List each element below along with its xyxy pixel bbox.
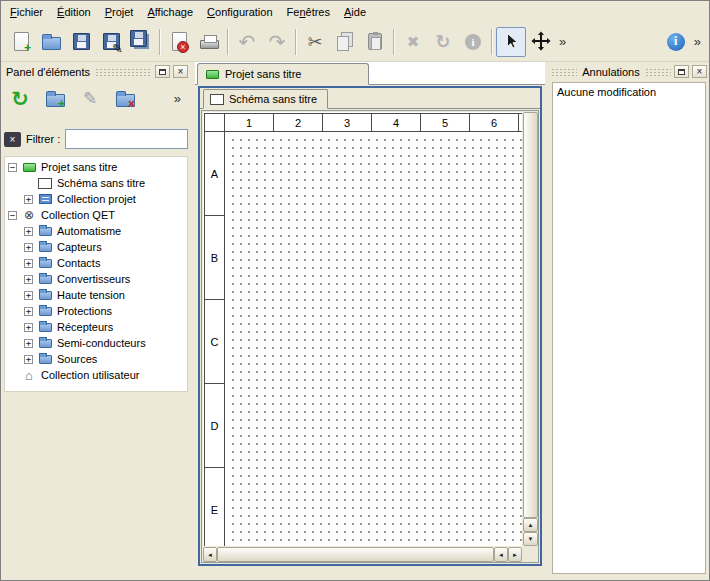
menu-edition[interactable]: Édition <box>50 3 98 21</box>
menu-fichier[interactable]: Fichier <box>3 3 50 21</box>
tree-item-label: Collection projet <box>57 193 136 205</box>
tree-item-haute-tension[interactable]: + Haute tension <box>5 287 187 303</box>
scroll-down-button[interactable]: ▼ <box>523 532 538 546</box>
tree-item-schema-sans-titre[interactable]: Schéma sans titre <box>5 175 187 191</box>
expand-icon[interactable]: + <box>24 243 33 252</box>
float-panel-button[interactable] <box>155 65 170 78</box>
schema-sheet-area: 1 2 3 4 5 6 A B C <box>203 112 522 546</box>
expand-icon[interactable]: + <box>24 291 33 300</box>
close-badge-icon: × <box>177 41 189 53</box>
undo-button[interactable]: ↶ <box>232 27 262 57</box>
new-project-button[interactable]: + <box>6 27 36 57</box>
delete-button[interactable]: ✖ <box>398 27 428 57</box>
clear-filter-button[interactable]: × <box>4 132 21 147</box>
horizontal-scrollbar-thumb[interactable] <box>217 547 494 562</box>
toolbar-overflow2-button[interactable]: » <box>691 35 704 48</box>
menu-aide[interactable]: Aide <box>337 3 373 21</box>
tree-item-capteurs[interactable]: + Capteurs <box>5 239 187 255</box>
project-tab[interactable]: Projet sans titre <box>197 63 369 85</box>
menu-affichage[interactable]: Affichage <box>140 3 200 21</box>
dock-handle[interactable] <box>551 67 577 76</box>
paste-button[interactable] <box>360 27 390 57</box>
tree-item-automatisme[interactable]: + Automatisme <box>5 223 187 239</box>
float-panel-button[interactable] <box>674 65 689 78</box>
menu-configuration[interactable]: Configuration <box>200 3 279 21</box>
select-tool-button[interactable] <box>496 27 526 57</box>
vertical-scrollbar-thumb[interactable] <box>523 112 538 518</box>
project-icon <box>21 163 37 172</box>
save-button[interactable] <box>66 27 96 57</box>
refresh-icon: ↻ <box>11 88 29 109</box>
tree-item-convertisseurs[interactable]: + Convertisseurs <box>5 271 187 287</box>
elements-panel-titlebar[interactable]: Panel d'éléments × <box>4 64 188 79</box>
float-icon <box>159 69 166 75</box>
new-element-button[interactable]: + <box>41 84 69 112</box>
menu-projet[interactable]: Projet <box>98 3 141 21</box>
print-button[interactable] <box>194 27 224 57</box>
expand-icon[interactable]: + <box>24 339 33 348</box>
tree-item-projet-sans-titre[interactable]: − Projet sans titre <box>5 159 187 175</box>
folder-icon <box>37 339 53 348</box>
toolbar-separator <box>159 29 161 55</box>
expand-icon[interactable]: + <box>24 355 33 364</box>
redo-button[interactable]: ↷ <box>262 27 292 57</box>
tree-item-label: Projet sans titre <box>41 161 117 173</box>
save-as-button[interactable]: ✎ <box>96 27 126 57</box>
tree-item-sources[interactable]: + Sources <box>5 351 187 367</box>
drawing-canvas[interactable] <box>226 133 522 546</box>
edit-element-button[interactable]: ✎ <box>76 84 104 112</box>
vertical-scrollbar[interactable]: ▲ ▼ <box>523 112 538 546</box>
menu-fenetres[interactable]: Fenêtres <box>280 3 337 21</box>
expand-icon[interactable]: + <box>24 227 33 236</box>
row-label: E <box>205 468 224 546</box>
copy-button[interactable] <box>330 27 360 57</box>
tree-item-contacts[interactable]: + Contacts <box>5 255 187 271</box>
toolbar-overflow-button[interactable]: » <box>556 35 569 48</box>
schema-tab[interactable]: Schéma sans titre <box>203 89 328 109</box>
expand-icon[interactable]: + <box>24 275 33 284</box>
scroll-left-button[interactable]: ◄ <box>203 547 217 562</box>
expand-icon[interactable]: + <box>24 307 33 316</box>
tree-item-semi-conducteurs[interactable]: + Semi-conducteurs <box>5 335 187 351</box>
panel-overflow-button[interactable]: » <box>171 92 184 105</box>
dock-handle[interactable] <box>95 67 152 76</box>
tree-item-collection-projet[interactable]: + Collection projet <box>5 191 187 207</box>
expand-icon[interactable]: + <box>24 259 33 268</box>
scroll-right-button[interactable]: ► <box>508 547 522 562</box>
move-tool-button[interactable] <box>526 27 556 57</box>
close-panel-button[interactable]: × <box>173 65 188 78</box>
tree-item-recepteurs[interactable]: + Récepteurs <box>5 319 187 335</box>
save-all-button[interactable] <box>126 27 156 57</box>
rotate-button[interactable]: ↻ <box>428 27 458 57</box>
open-project-button[interactable] <box>36 27 66 57</box>
cut-button[interactable]: ✂ <box>300 27 330 57</box>
collapse-icon[interactable]: − <box>8 211 17 220</box>
filter-input[interactable] <box>65 129 188 149</box>
copy-icon <box>337 36 349 51</box>
folder-icon <box>37 259 53 268</box>
about-button[interactable]: i <box>661 27 691 57</box>
close-document-button[interactable]: × <box>164 27 194 57</box>
properties-button[interactable]: i <box>458 27 488 57</box>
undo-history-list[interactable]: Aucune modification <box>552 82 706 574</box>
tree-item-protections[interactable]: + Protections <box>5 303 187 319</box>
ruler-corner <box>205 114 225 132</box>
column-label: 4 <box>372 114 421 131</box>
elements-tree[interactable]: − Projet sans titre Schéma sans titre + … <box>4 156 188 392</box>
expand-icon[interactable]: + <box>24 323 33 332</box>
close-panel-button[interactable]: × <box>692 65 707 78</box>
tree-item-collection-qet[interactable]: − ⊗ Collection QET <box>5 207 187 223</box>
scroll-left-button-2[interactable]: ◄ <box>494 547 508 562</box>
scroll-up-button[interactable]: ▲ <box>523 518 538 532</box>
annulations-panel: Annulations × Aucune modification <box>549 62 709 580</box>
dock-handle[interactable] <box>645 67 671 76</box>
collapse-icon[interactable]: − <box>8 163 17 172</box>
tree-item-collection-utilisateur[interactable]: ⌂ Collection utilisateur <box>5 367 187 383</box>
annulations-panel-titlebar[interactable]: Annulations × <box>551 64 707 79</box>
delete-element-button[interactable]: × <box>111 84 139 112</box>
expand-icon[interactable]: + <box>24 195 33 204</box>
tree-item-label: Automatisme <box>57 225 121 237</box>
horizontal-scrollbar[interactable]: ◄ ◄ ► <box>203 547 522 562</box>
reload-collections-button[interactable]: ↻ <box>6 84 34 112</box>
tree-item-label: Protections <box>57 305 112 317</box>
